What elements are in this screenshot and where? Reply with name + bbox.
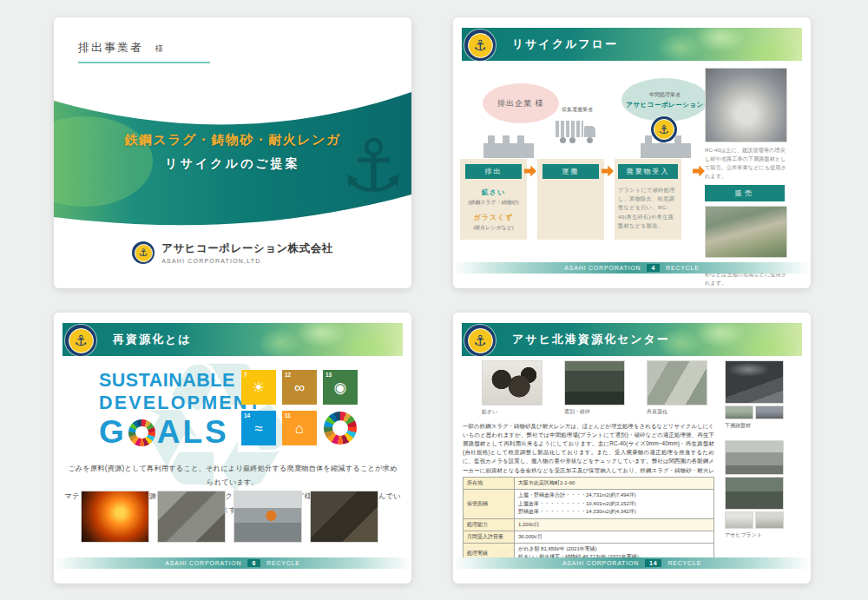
sales-note-top: RC-40は主に、建設現場等の埋戻し材や道路工事の下層路盤材として販売。公共事業… [705, 146, 787, 181]
photo-warehouse [725, 440, 784, 475]
footer-company: ASAHI CORPORATION [564, 265, 641, 271]
photo-plant [725, 477, 784, 510]
photo-excavator-plant [233, 491, 302, 543]
truck-icon [556, 118, 601, 144]
row-value: 36,000t/月 [515, 531, 714, 543]
photo-asphalt [725, 360, 784, 404]
photo-paving-1 [725, 405, 753, 419]
photo-plant-detail-2 [755, 511, 784, 529]
processor-name: アサヒコーポレーション [626, 101, 704, 109]
anchor-badge-icon: ⚓ [65, 325, 96, 356]
sdg-tile-7: 7 ☀ [241, 370, 276, 405]
eye-icon: ◉ [323, 380, 358, 395]
photo-sorting-crushing [564, 360, 625, 405]
anchor-badge-icon: ⚓ [464, 325, 496, 356]
right-photo-column: 下層路盤材 アサヒプラント [725, 360, 784, 539]
footer-company: ASAHI CORPORATION [165, 560, 241, 566]
sdgs-wordmark: SUSTAINABLE DEVELOPMENT G ALS [99, 370, 262, 451]
row-value: 大阪市此花区梅町2-1-60 [515, 478, 714, 490]
flow-arrow-icon [693, 165, 705, 177]
slide-footer: ASAHI CORPORATION 6 RECYCLE [54, 557, 411, 569]
sdgs-word-development: DEVELOPMENT [99, 392, 262, 414]
slide-header: リサイクルフロー [462, 28, 802, 61]
discharge-items: 鉱さい (鉄鋼スラグ・鋳物砂) ガラスくず (耐火レンガなど) [460, 188, 527, 232]
photo-captions: 鉱さい 選別・破砕 再資源化 [482, 408, 707, 416]
anchor-badge-icon: ⚓ [132, 241, 155, 264]
photo-recycled-aggregate [647, 360, 707, 405]
photo-rc40-plant [705, 68, 787, 142]
discharge-item-1-sub: (鉄鋼スラグ・鋳物砂) [460, 199, 527, 207]
recipient-line: 排出事業者様 [78, 40, 210, 63]
body-line-1: ごみを原料(資源)として再利用すること、それにより最終処分する廃棄物自体を縮減す… [64, 462, 401, 490]
infinity-icon: ∞ [282, 380, 317, 395]
slide-footer: ASAHI CORPORATION 14 RECYCLE [453, 557, 811, 569]
step-sales: 販売 [705, 185, 785, 201]
step-transport: 運搬 [542, 164, 599, 179]
slide-hokko-center: アサヒ北港資源化センター ⚓ 鉱さい 選別・破砕 再資源化 一部の鉄鋼スラグ・鋳… [453, 313, 811, 584]
photo-slag-rocks [157, 491, 226, 543]
photo-strip [81, 491, 378, 543]
row-value: 上屋・野積倉庫合計・・・・24,731m2(約7,494坪) 上屋倉庫・・・・・… [515, 490, 714, 519]
sun-icon: ☀ [241, 380, 276, 395]
facility-table: 所在地 大阪市此花区梅町2-1-60 保管面積 上屋・野積倉庫合計・・・・24,… [463, 477, 714, 564]
slide-recycle-flow: リサイクルフロー ⚓ 排出企業 様 中間処理業者 アサヒコーポレーション ⚓ 収… [453, 17, 811, 288]
photo-land-reclamation [705, 206, 787, 258]
slide-title: 排出事業者様 ⚓ 鉄鋼スラグ・鋳物砂・耐火レンガ リサイクルのご提案 ⚓ アサヒ… [54, 17, 411, 288]
table-row: 処理能力 1,200t/日 [464, 518, 714, 531]
footer-company: ASAHI CORPORATION [562, 560, 639, 566]
sdg-tile-12: 12 ∞ [282, 370, 317, 405]
anchor-badge-icon: ⚓ [651, 116, 677, 142]
factory-icon [483, 143, 534, 158]
table-row: 保管面積 上屋・野積倉庫合計・・・・24,731m2(約7,494坪) 上屋倉庫… [464, 490, 714, 519]
title-banner: ⚓ 鉄鋼スラグ・鋳物砂・耐火レンガ リサイクルのご提案 [54, 87, 411, 233]
sdg-tile-wheel [323, 411, 358, 445]
company-name-en: ASAHI CORPORATION,LTD. [161, 258, 333, 264]
slide-title-text: リサイクルフロー [512, 28, 618, 61]
anchor-badge-icon: ⚓ [464, 30, 496, 61]
slide-footer: ASAHI CORPORATION 4 RECYCLE [453, 262, 811, 274]
page-number: 14 [645, 559, 661, 567]
factory-icon [641, 143, 691, 158]
caption-recycled: 再資源化 [647, 408, 707, 416]
step-discharge: 排出 [465, 164, 522, 179]
banner-heading-1: 鉄鋼スラグ・鋳物砂・耐火レンガ [54, 132, 411, 148]
caption-asahi-plant: アサヒプラント [725, 531, 784, 539]
emitter-ellipse: 排出企業 様 [483, 83, 559, 123]
sdg-tile-13: 13 ◉ [323, 370, 358, 405]
city-icon: ⌂ [282, 421, 317, 436]
slide-title-text: アサヒ北港資源化センター [512, 323, 670, 356]
photo-plant-detail-1 [725, 511, 753, 529]
footer-label: RECYCLE [667, 560, 701, 566]
sdg-wheel-icon [324, 412, 357, 445]
caption-sorting: 選別・破砕 [564, 408, 625, 416]
recipient-label: 排出事業者 [78, 41, 143, 54]
slide-resource-recovery: 再資源化とは ⚓ ♻ SUSTAINABLE DEVELOPMENT G ALS… [54, 313, 411, 584]
processor-role: 中間処理業者 [649, 91, 681, 99]
photo-foundry-sand [310, 491, 378, 543]
sdg-tiles: 7 ☀ 12 ∞ 13 ◉ 14 ≈ 11 ⌂ [241, 370, 358, 445]
discharge-item-2-sub: (耐火レンガなど) [460, 224, 527, 232]
row-label: 保管面積 [464, 490, 515, 519]
photo-slag [482, 360, 542, 405]
banner-heading-2: リサイクルのご提案 [54, 156, 411, 172]
slide-header: アサヒ北港資源化センター [462, 323, 802, 356]
company-name-ja: アサヒコーポレーション株式会社 [161, 241, 333, 256]
banner-text: 鉄鋼スラグ・鋳物砂・耐火レンガ リサイクルのご提案 [54, 132, 411, 172]
table-row: 所在地 大阪市此花区梅町2-1-60 [464, 478, 714, 490]
footer-label: RECYCLE [666, 265, 700, 271]
sdg-tile-11: 11 ⌂ [282, 411, 317, 445]
sdgs-word-sustainable: SUSTAINABLE [99, 370, 262, 392]
photo-paving-2 [755, 405, 784, 419]
caption-subbase: 下層路盤材 [725, 422, 784, 430]
page-number: 4 [647, 264, 660, 272]
transporter-label: 収集運搬業者 [547, 106, 608, 114]
company-logo: ⚓ アサヒコーポレーション株式会社 ASAHI CORPORATION,LTD. [54, 241, 411, 264]
recipient-suffix: 様 [155, 44, 164, 53]
intake-note: プラントにて破砕処理し、異物除去、粒度調整などを行い、RC-40(再生砕石)や再… [618, 186, 678, 230]
sdgs-word-goals: G ALS [99, 414, 262, 451]
photo-strip [482, 360, 707, 405]
step-intake: 廃棄物受入 [618, 164, 678, 179]
footer-label: RECYCLE [266, 560, 300, 566]
discharge-item-1: 鉱さい [460, 188, 527, 197]
caption-slag: 鉱さい [482, 408, 542, 416]
